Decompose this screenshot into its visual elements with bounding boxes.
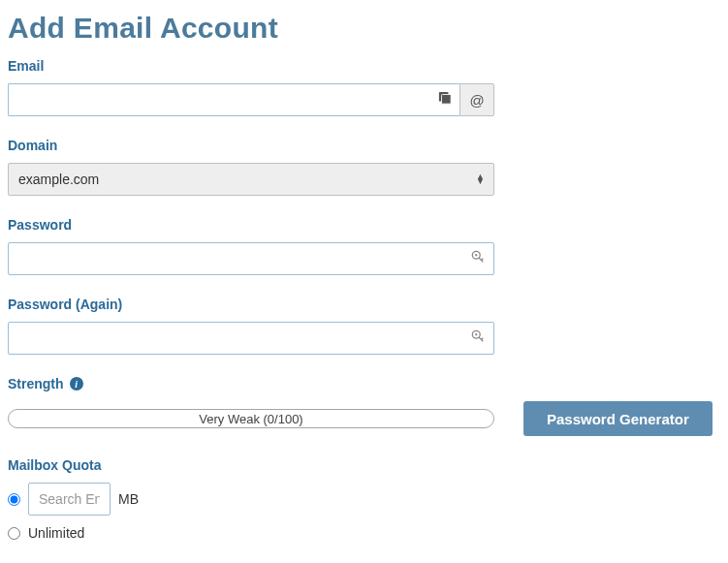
mailbox-quota-label: Mailbox Quota <box>8 457 720 473</box>
svg-line-9 <box>482 338 484 340</box>
password-input[interactable] <box>8 242 494 275</box>
strength-label: Strength i <box>8 376 720 391</box>
email-input[interactable] <box>8 83 459 116</box>
email-group: Email @ <box>8 58 720 116</box>
info-icon[interactable]: i <box>70 377 83 391</box>
quota-unlimited-radio[interactable] <box>8 527 20 540</box>
domain-select[interactable]: example.com <box>8 163 494 196</box>
strength-group: Strength i Very Weak (0/100) Password Ge… <box>8 376 720 436</box>
strength-meter: Very Weak (0/100) <box>8 409 494 428</box>
quota-custom-input[interactable] <box>28 483 111 516</box>
quota-custom-radio[interactable] <box>8 493 20 506</box>
password-generator-button[interactable]: Password Generator <box>523 401 712 436</box>
svg-point-7 <box>475 333 477 335</box>
email-stack-icon <box>438 91 452 109</box>
svg-rect-1 <box>442 95 452 105</box>
key-icon <box>471 329 485 347</box>
key-icon <box>471 250 485 267</box>
password-again-label: Password (Again) <box>8 297 720 312</box>
page-title: Add Email Account <box>8 12 720 45</box>
strength-label-text: Strength <box>8 376 64 391</box>
domain-label: Domain <box>8 138 720 153</box>
password-group: Password <box>8 217 720 275</box>
password-label: Password <box>8 217 720 233</box>
email-label: Email <box>8 58 720 74</box>
password-again-group: Password (Again) <box>8 297 720 355</box>
domain-group: Domain example.com ▲▼ <box>8 138 720 196</box>
quota-unlimited-label: Unlimited <box>28 525 84 541</box>
mailbox-quota-group: Mailbox Quota MB Unlimited <box>8 457 720 541</box>
password-again-input[interactable] <box>8 322 494 355</box>
svg-line-5 <box>482 259 484 261</box>
at-symbol-addon: @ <box>459 83 494 116</box>
strength-text: Very Weak (0/100) <box>199 412 302 426</box>
quota-unit: MB <box>118 491 139 507</box>
svg-point-3 <box>475 254 477 256</box>
